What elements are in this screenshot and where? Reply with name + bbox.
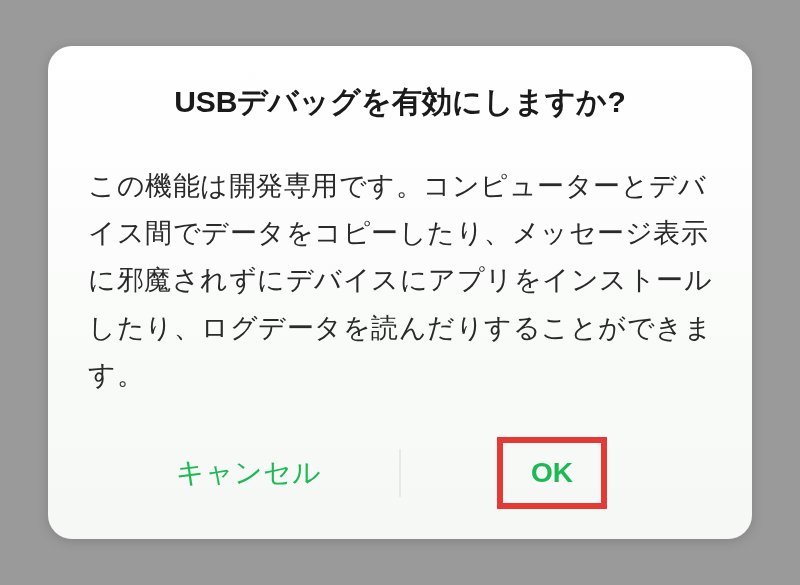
button-divider — [400, 449, 401, 497]
dialog-body: この機能は開発専用です。コンピューターとデバイス間でデータをコピーしたり、メッセ… — [88, 163, 712, 399]
ok-button[interactable]: OK — [497, 437, 607, 509]
cancel-button[interactable]: キャンセル — [96, 440, 400, 506]
dialog-footer: キャンセル OK — [88, 437, 712, 509]
ok-button-wrapper: OK — [400, 437, 704, 509]
dialog-title: USBデバッグを有効にしますか? — [88, 82, 712, 123]
usb-debug-dialog: USBデバッグを有効にしますか? この機能は開発専用です。コンピューターとデバイ… — [48, 46, 752, 539]
